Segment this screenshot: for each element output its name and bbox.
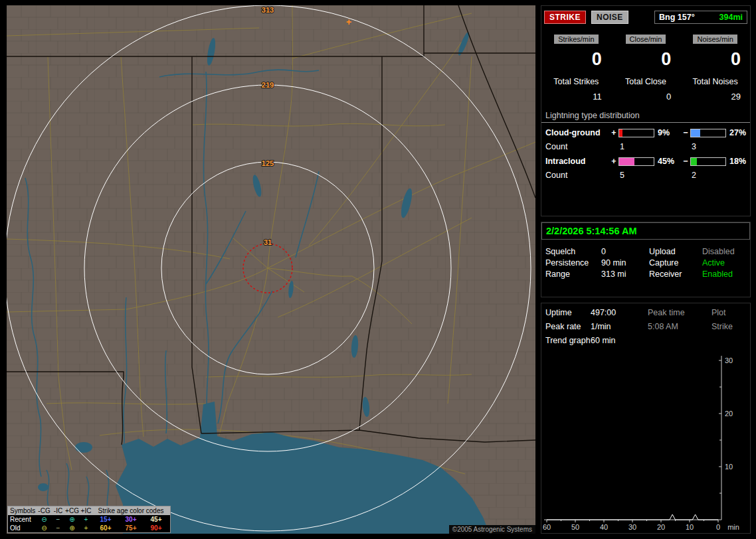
svg-text:30: 30 (725, 356, 733, 364)
strike-stats-panel: STRIKE NOISE Bng 157° 394mi Strikes/min … (541, 5, 751, 216)
peak-rate-label: Peak rate (545, 322, 591, 331)
svg-text:313: 313 (262, 6, 274, 14)
datetime-display: 2/2/2026 5:14:56 AM (541, 222, 750, 240)
noises-per-min-label: Noises/min (693, 35, 737, 44)
svg-text:min: min (727, 523, 739, 531)
svg-text:0: 0 (716, 523, 720, 531)
old-pos-cg-icon: ⊕ (65, 524, 79, 532)
persistence-value: 90 min (601, 258, 649, 268)
svg-text:20: 20 (657, 523, 665, 531)
status-row-squelch: Squelch 0 Upload Disabled (541, 245, 750, 256)
legend-col-neg-ic: -IC (51, 506, 65, 515)
age-60: 60+ (93, 524, 118, 532)
svg-text:40: 40 (600, 523, 608, 531)
legend-row-recent: Recent ⊖ − ⊕ + 15+ 30+ 45+ (8, 515, 170, 524)
legend-recent-label: Recent (8, 515, 37, 524)
total-noises-label: Total Noises (680, 70, 750, 86)
svg-text:20: 20 (725, 410, 733, 418)
noises-per-min-value: 0 (680, 48, 750, 70)
squelch-value: 0 (601, 247, 649, 256)
total-strikes-value: 11 (541, 86, 611, 102)
trend-panel: Uptime 497:00 Peak time Plot Peak rate 1… (541, 303, 751, 534)
recent-pos-cg-icon: ⊕ (65, 515, 79, 524)
bearing-value: Bng 157° (659, 13, 695, 22)
ic-count-row: Count 5 2 (541, 166, 750, 180)
noise-indicator-button[interactable]: NOISE (591, 11, 628, 24)
strikes-per-min-label: Strikes/min (554, 35, 598, 44)
info-row-3: Trend graph 60 min (541, 331, 750, 345)
upload-label: Upload (649, 247, 702, 256)
distribution-title: Lightning type distribution (541, 111, 750, 123)
minus-sign: − (681, 157, 690, 166)
total-close-label: Total Close (611, 70, 681, 86)
cg-count-label: Count (545, 142, 609, 151)
capture-status: Active (702, 258, 746, 268)
plus-sign: + (609, 128, 618, 137)
svg-text:125: 125 (262, 159, 274, 167)
uptime-value: 497:00 (591, 308, 648, 317)
svg-text:60: 60 (543, 523, 551, 531)
plot-label: Plot (711, 308, 746, 317)
old-neg-ic-icon: − (51, 524, 65, 532)
peak-rate-value: 1/min (591, 322, 648, 331)
capture-label: Capture (649, 258, 702, 268)
strikes-per-min-value: 0 (541, 48, 611, 70)
strike-symbol: + (346, 17, 351, 27)
ic-count-label: Count (545, 171, 609, 180)
plus-sign: + (609, 157, 618, 166)
age-90: 90+ (143, 524, 169, 532)
svg-text:219: 219 (262, 81, 274, 89)
squelch-label: Squelch (545, 247, 601, 256)
cg-negative-pct: 27% (726, 128, 747, 137)
map-canvas[interactable]: 313 219 125 31 + (7, 5, 535, 534)
trend-window-value: 60 min (591, 336, 648, 345)
legend-row-old: Old ⊖ − ⊕ + 60+ 75+ 90+ (8, 524, 170, 532)
age-45: 45+ (143, 515, 169, 524)
ic-negative-bar (690, 157, 726, 166)
legend-symbols-header: Symbols (8, 506, 37, 515)
recent-neg-cg-icon: ⊖ (37, 515, 51, 524)
svg-text:31: 31 (264, 238, 272, 246)
ic-negative-pct: 18% (726, 157, 747, 166)
peak-time-value: 5:08 AM (648, 322, 711, 331)
close-per-min-value: 0 (611, 48, 681, 70)
cg-negative-count: 3 (690, 142, 726, 151)
age-15: 15+ (93, 515, 118, 524)
receiver-status: Enabled (702, 270, 746, 279)
total-strikes-label: Total Strikes (541, 70, 611, 86)
status-row-persistence: Persistence 90 min Capture Active (541, 256, 750, 268)
legend-col-neg-cg: -CG (37, 506, 51, 515)
legend-col-pos-cg: +CG (65, 506, 79, 515)
age-30: 30+ (118, 515, 143, 524)
cg-positive-bar (618, 129, 654, 137)
lightning-map[interactable]: 313 219 125 31 + Symbols -CG -IC +CG +IC… (7, 5, 535, 534)
intracloud-row: Intracloud + 45% − 18% (541, 151, 750, 166)
svg-text:10: 10 (725, 463, 733, 471)
peak-time-label: Peak time (648, 308, 711, 317)
ic-positive-pct: 45% (654, 157, 681, 166)
trend-graph: 6050403020100min302010 (543, 352, 750, 532)
ic-positive-bar (618, 157, 654, 166)
legend-col-pos-ic: +IC (79, 506, 93, 515)
intracloud-label: Intracloud (545, 157, 609, 166)
svg-text:50: 50 (571, 523, 579, 531)
legend-old-label: Old (8, 524, 37, 532)
copyright-notice: ©2005 Astrogenic Systems (449, 525, 535, 534)
status-row-range: Range 313 mi Receiver Enabled (541, 268, 750, 279)
strike-indicator-button[interactable]: STRIKE (544, 11, 586, 24)
cg-count-row: Count 1 3 (541, 137, 750, 151)
info-row-2: Peak rate 1/min 5:08 AM Strike (541, 317, 750, 331)
legend-header: Symbols -CG -IC +CG +IC Strike age color… (8, 506, 170, 515)
recent-neg-ic-icon: − (51, 515, 65, 524)
close-per-min-label: Close/min (626, 35, 666, 44)
svg-text:10: 10 (686, 523, 694, 531)
mode-row: STRIKE NOISE Bng 157° 394mi (541, 6, 750, 24)
cloud-ground-row: Cloud-ground + 9% − 27% (541, 123, 750, 137)
bearing-distance: 394mi (719, 13, 743, 22)
sidebar: STRIKE NOISE Bng 157° 394mi Strikes/min … (541, 5, 751, 534)
upload-status: Disabled (702, 247, 746, 256)
old-pos-ic-icon: + (79, 524, 93, 532)
range-label: Range (545, 270, 601, 279)
total-close-value: 0 (611, 86, 681, 102)
map-legend: Symbols -CG -IC +CG +IC Strike age color… (7, 506, 171, 533)
